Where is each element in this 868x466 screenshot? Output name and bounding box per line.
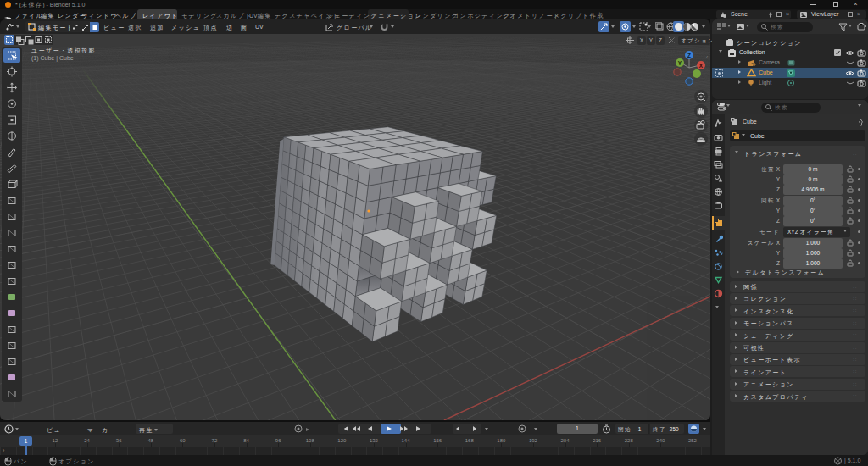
svg-text:X: X [699,63,704,69]
svg-text:Z: Z [687,53,691,58]
svg-text:Y: Y [678,60,682,66]
